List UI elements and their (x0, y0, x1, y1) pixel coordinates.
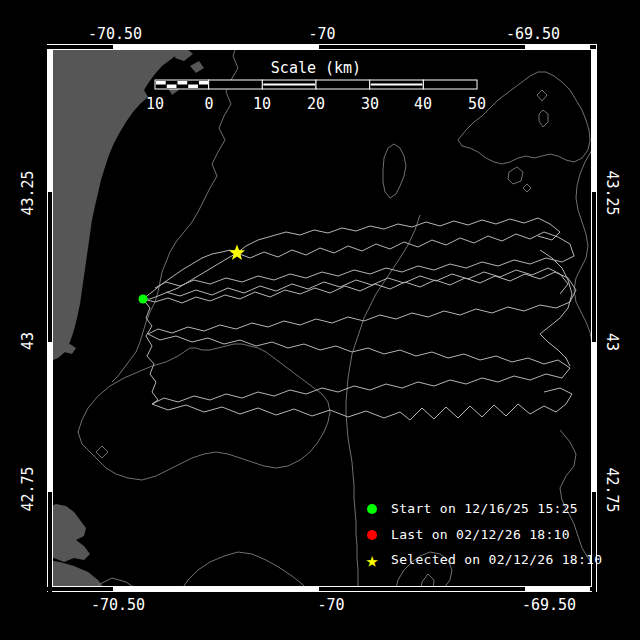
axis-tick-label-bottom: -69.50 (522, 597, 576, 613)
legend-label-last: Last on 02/12/26 18:10 (391, 527, 570, 543)
scale-tick-label: 20 (307, 96, 325, 112)
legend-item-last: Last on 02/12/26 18:10 (360, 527, 570, 543)
scale-bar (155, 80, 477, 89)
start-legend-icon (360, 501, 384, 517)
legend-label-start: Start on 12/16/25 15:25 (391, 501, 578, 517)
scale-tick-label: 50 (468, 96, 486, 112)
scale-tick-label: 0 (204, 96, 213, 112)
axis-tick-label-top: -69.50 (506, 26, 560, 42)
plot-window: -70.50 -70 -69.50 -70.50 -70 -69.50 43.2… (0, 0, 640, 640)
axis-tick-label-left: 43.25 (20, 170, 36, 215)
last-legend-icon (360, 527, 384, 543)
axis-tick-label-right: 43.25 (604, 170, 620, 215)
legend-item-start: Start on 12/16/25 15:25 (360, 501, 578, 517)
axis-tick-label-bottom: -70.50 (91, 597, 145, 613)
start-marker[interactable] (139, 295, 148, 304)
scale-tick-label: 30 (361, 96, 379, 112)
axis-tick-label-bottom: -70 (317, 597, 344, 613)
axis-tick-label-right: 42.75 (604, 467, 620, 512)
selected-legend-icon: ★ (360, 552, 384, 568)
land-layer (47, 44, 204, 592)
selected-marker[interactable] (229, 245, 245, 260)
axis-tick-label-top: -70.50 (88, 26, 142, 42)
scale-tick-label: 10 (253, 96, 271, 112)
axis-tick-label-right: 43 (604, 333, 620, 351)
legend-label-selected: Selected on 02/12/26 18:10 (391, 552, 602, 568)
axis-tick-label-left: 43 (20, 332, 36, 350)
axis-tick-label-top: -70 (308, 26, 335, 42)
legend-item-selected: ★ Selected on 02/12/26 18:10 (360, 552, 602, 568)
scale-tick-label: 10 (146, 96, 164, 112)
axis-tick-label-left: 42.75 (20, 466, 36, 511)
scale-tick-label: 40 (414, 96, 432, 112)
scale-bar-title: Scale (km) (271, 60, 361, 76)
track-layer[interactable] (143, 218, 576, 420)
